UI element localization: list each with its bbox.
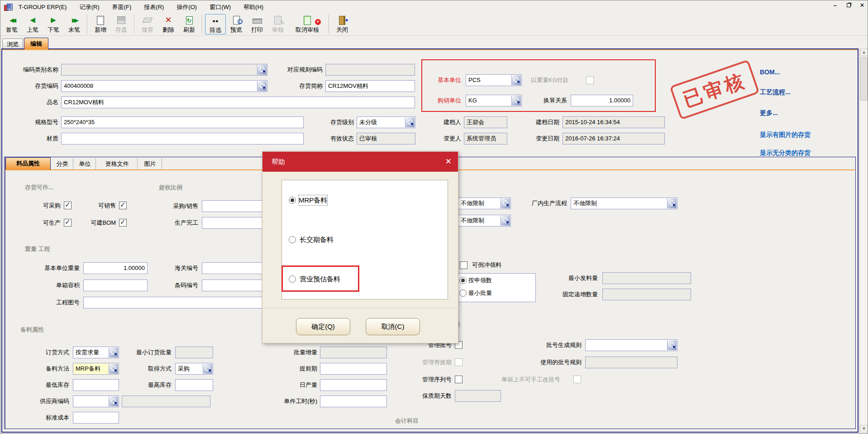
subtab-category[interactable]: 分类 — [52, 158, 73, 170]
restore-button[interactable] — [845, 1, 852, 10]
box-volume-field[interactable] — [83, 280, 148, 291]
subtab-item-attributes[interactable]: 料品属性 — [5, 157, 51, 170]
lookup-icon[interactable] — [109, 347, 118, 357]
manage-serial-checkbox[interactable] — [455, 376, 463, 383]
option-mrp-radio[interactable] — [289, 197, 296, 204]
issue-min-batch-radio[interactable] — [459, 289, 467, 297]
minimize-button[interactable]: – — [831, 1, 839, 10]
bom-link[interactable]: BOM... — [760, 68, 780, 76]
std-cost-field[interactable] — [73, 412, 119, 424]
supplier-code-field[interactable] — [73, 395, 119, 407]
min-stock-field[interactable] — [73, 379, 119, 391]
show-unclassified-link[interactable]: 显示无分类的存货 — [760, 149, 811, 157]
prep-method-field[interactable]: MRP备料 — [73, 363, 119, 375]
no-manual-batch-checkbox[interactable] — [573, 376, 581, 383]
close-button[interactable]: 关闭 — [332, 14, 353, 34]
daily-output-field[interactable] — [320, 379, 387, 391]
manage-expiry-checkbox[interactable] — [455, 358, 463, 366]
subtab-qualification[interactable]: 资格文件 — [97, 158, 138, 170]
lookup-icon[interactable] — [511, 75, 521, 85]
option-long-lead-label[interactable]: 长交期备料 — [300, 235, 334, 245]
menu-operation[interactable]: 操作(O) — [170, 0, 203, 14]
delete-button[interactable]: 删除 — [158, 14, 179, 34]
last-record-button[interactable]: 末笔 — [64, 14, 85, 34]
refresh-button[interactable]: 刷新 — [179, 14, 200, 34]
option-long-lead-radio[interactable] — [289, 236, 296, 243]
lookup-icon[interactable] — [511, 96, 521, 106]
lookup-icon[interactable] — [109, 396, 118, 406]
lookup-icon[interactable] — [257, 81, 267, 91]
producible-checkbox[interactable] — [64, 219, 72, 227]
option-forecast-radio[interactable] — [289, 275, 296, 283]
sellable-checkbox[interactable] — [119, 202, 127, 209]
menu-window[interactable]: 窗口(W) — [203, 0, 237, 14]
menu-app[interactable]: T-GROUP ERP(E) — [12, 0, 73, 14]
item-short-field[interactable]: CR12MOV精料 — [325, 80, 415, 92]
max-stock-field[interactable] — [175, 379, 213, 391]
print-button[interactable]: 打印 — [247, 14, 267, 34]
next-record-button[interactable]: 下笔 — [43, 14, 64, 34]
process-flow-link[interactable]: 工艺流程... — [760, 88, 791, 96]
item-code-field[interactable]: 400400008 — [61, 80, 267, 92]
lookup-icon[interactable] — [203, 364, 212, 374]
trade-unit-field[interactable]: KG — [466, 95, 522, 106]
preview-button[interactable]: 预览 — [226, 14, 247, 34]
new-button[interactable]: 新增 — [90, 14, 111, 34]
ok-button[interactable]: 确定(Q) — [296, 318, 350, 335]
option-forecast-label[interactable]: 营业预估备料 — [300, 274, 340, 284]
lookup-icon[interactable] — [667, 198, 677, 208]
menu-report[interactable]: 报表(R) — [138, 0, 170, 14]
issue-by-request-radio[interactable] — [459, 277, 467, 284]
menu-help[interactable]: 帮助(H) — [237, 0, 270, 14]
lead-time-field[interactable] — [320, 363, 387, 375]
prev-record-button[interactable]: 上笔 — [22, 14, 43, 34]
lookup-icon[interactable] — [501, 198, 510, 208]
scrollbar-thumb[interactable] — [860, 57, 868, 101]
base-weight-field[interactable]: 1.00000 — [83, 262, 148, 274]
restrict-field-a[interactable]: 不做限制 — [453, 198, 511, 209]
stock-level-field[interactable]: 未分级 — [357, 116, 415, 128]
purchasable-checkbox[interactable] — [64, 202, 72, 209]
subtab-images[interactable]: 图片 — [138, 158, 162, 170]
close-window-button[interactable]: ✕ — [858, 1, 866, 10]
scroll-up-icon[interactable]: ▲ — [860, 48, 868, 56]
bomable-checkbox[interactable] — [119, 219, 127, 227]
lookup-icon[interactable] — [405, 117, 415, 127]
tab-browse[interactable]: 浏览 — [2, 39, 23, 49]
menu-record[interactable]: 记录(R) — [73, 0, 106, 14]
option-mrp-label[interactable]: MRP备料 — [299, 195, 327, 205]
more-link[interactable]: 更多... — [760, 109, 778, 117]
audit-button[interactable]: 审核 — [267, 14, 288, 34]
order-mode-field[interactable]: 按需求量 — [73, 347, 119, 358]
factory-flow-field[interactable]: 不做限制 — [571, 198, 677, 209]
obtain-mode-field[interactable]: 采购 — [175, 363, 213, 375]
lookup-icon[interactable] — [109, 364, 118, 374]
save-button[interactable]: 存盘 — [111, 14, 132, 34]
base-unit-field[interactable]: PCS — [466, 74, 522, 86]
lookup-icon[interactable] — [257, 65, 267, 75]
code-category-field[interactable] — [61, 64, 267, 76]
restrict-field-b[interactable]: 不做限制 — [453, 215, 511, 227]
batch-rule-field[interactable] — [585, 339, 677, 351]
show-with-images-link[interactable]: 显示有图片的存货 — [760, 131, 811, 139]
filter-button[interactable]: 筛选 — [205, 14, 226, 34]
item-name-field[interactable]: CR12MOV精料 — [61, 96, 415, 108]
pay-by-weight-checkbox[interactable] — [586, 77, 594, 84]
backflush-checkbox[interactable] — [460, 261, 467, 269]
tab-edit[interactable]: 编辑 — [24, 38, 48, 49]
lookup-icon[interactable] — [667, 340, 677, 350]
subtab-unit[interactable]: 单位 — [74, 158, 96, 170]
conversion-field[interactable]: 1.00000 — [571, 95, 633, 106]
unit-time-field[interactable] — [320, 395, 387, 407]
cancel-button[interactable]: 取消(C) — [366, 318, 420, 335]
first-record-button[interactable]: 首笔 — [1, 14, 22, 34]
spec-field[interactable]: 250*240*35 — [61, 116, 304, 128]
rule-code-field[interactable] — [325, 64, 415, 76]
vertical-scrollbar[interactable]: ▲ ▼ — [859, 48, 868, 433]
scroll-down-icon[interactable]: ▼ — [860, 425, 868, 433]
dialog-close-icon[interactable]: ✕ — [445, 152, 452, 172]
material-field[interactable] — [61, 133, 304, 145]
lookup-icon[interactable] — [501, 216, 510, 226]
cancel-audit-button[interactable]: 取消审核 — [288, 14, 326, 34]
discard-button[interactable]: 放弃 — [137, 14, 158, 34]
